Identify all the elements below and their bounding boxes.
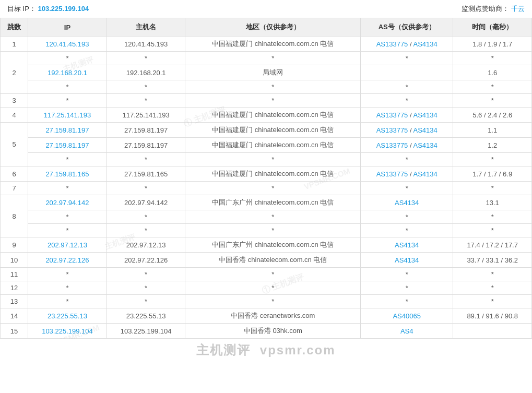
cell-time: * <box>453 295 532 308</box>
cell-region: 中国广东广州 chinatelecom.com.cn 电信 <box>185 195 361 210</box>
table-row: 192.168.20.1192.168.20.1局域网1.6 <box>1 65 532 80</box>
cell-ips: 23.225.55.13 <box>28 308 107 324</box>
cell-time: 17.4 / 17.2 / 17.7 <box>453 237 532 253</box>
cell-region: 中国福建厦门 chinatelecom.com.cn 电信 <box>185 37 361 52</box>
cell-region: * <box>185 268 361 281</box>
cell-time: * <box>453 210 532 224</box>
cell-as: AS133775 / AS4134 <box>361 37 453 52</box>
cell-region: 中国广东广州 chinatelecom.com.cn 电信 <box>185 237 361 253</box>
cell-region: * <box>185 210 361 224</box>
col-as: AS号（仅供参考） <box>361 18 453 37</box>
cell-as: AS4134 <box>361 237 453 253</box>
table-row: 9202.97.12.13202.97.12.13中国广东广州 chinatel… <box>1 237 532 253</box>
cell-as: * <box>361 52 453 65</box>
cell-hostnames: 192.168.20.1 <box>107 65 185 80</box>
cell-hostnames: * <box>107 281 185 295</box>
cell-ips: * <box>28 295 107 308</box>
cell-time: * <box>453 94 532 108</box>
table-row: 1423.225.55.1323.225.55.13中国香港 ceranetwo… <box>1 308 532 324</box>
table-row: 627.159.81.16527.159.81.165中国福建厦门 chinat… <box>1 166 532 182</box>
col-hostname: 主机名 <box>107 18 185 37</box>
cell-hop: 14 <box>1 308 28 324</box>
cell-hostnames: 103.225.199.104 <box>107 324 185 339</box>
target-ip-value: 103.225.199.104 <box>38 5 89 13</box>
cell-time: 5.6 / 2.4 / 2.6 <box>453 108 532 123</box>
table-row: 1120.41.45.193120.41.45.193中国福建厦门 chinat… <box>1 37 532 52</box>
traceroute-table: 跳数 IP 主机名 地区（仅供参考） AS号（仅供参考） 时间（毫秒） 1120… <box>0 18 532 339</box>
cell-ips: 202.97.12.13 <box>28 237 107 253</box>
cell-hop: 7 <box>1 182 28 195</box>
cell-region: * <box>185 224 361 237</box>
cell-hop: 6 <box>1 166 28 182</box>
cell-region: * <box>185 94 361 108</box>
cell-hop: 5 <box>1 123 28 166</box>
cell-hop: 13 <box>1 295 28 308</box>
cell-ips: 103.225.199.104 <box>28 324 107 339</box>
sponsor-section: 监测点赞助商： 千云 <box>462 4 525 14</box>
cell-time: * <box>453 153 532 166</box>
cell-hostnames: 27.159.81.197 <box>107 123 185 138</box>
cell-hostnames: * <box>107 80 185 94</box>
cell-ips: * <box>28 52 107 65</box>
cell-time: * <box>453 224 532 237</box>
cell-hostnames: * <box>107 224 185 237</box>
sponsor-link[interactable]: 千云 <box>511 5 525 13</box>
table-row: ***** <box>1 153 532 166</box>
cell-hop: 11 <box>1 268 28 281</box>
cell-ips: 117.25.141.193 <box>28 108 107 123</box>
col-time: 时间（毫秒） <box>453 18 532 37</box>
cell-as: AS40065 <box>361 308 453 324</box>
cell-ips: 202.97.22.126 <box>28 253 107 268</box>
cell-hostnames: * <box>107 182 185 195</box>
table-row: ***** <box>1 80 532 94</box>
table-row: 12***** <box>1 281 532 295</box>
cell-hop: 12 <box>1 281 28 295</box>
cell-ips: * <box>28 153 107 166</box>
cell-region: * <box>185 80 361 94</box>
cell-as <box>361 65 453 80</box>
cell-ips: * <box>28 182 107 195</box>
cell-hostnames: 23.225.55.13 <box>107 308 185 324</box>
cell-ips: * <box>28 80 107 94</box>
cell-as: AS133775 / AS4134 <box>361 108 453 123</box>
cell-as: * <box>361 268 453 281</box>
table-row: 10202.97.22.126202.97.22.126中国香港 chinate… <box>1 253 532 268</box>
cell-time: * <box>453 281 532 295</box>
cell-time: * <box>453 80 532 94</box>
cell-time: 1.1 <box>453 123 532 138</box>
cell-hop: 8 <box>1 195 28 237</box>
cell-as: AS133775 / AS4134 <box>361 123 453 138</box>
cell-region: * <box>185 295 361 308</box>
cell-as: * <box>361 94 453 108</box>
col-ip: IP <box>28 18 107 37</box>
cell-time: 33.7 / 33.1 / 36.2 <box>453 253 532 268</box>
table-row: 11***** <box>1 268 532 281</box>
table-row: 527.159.81.19727.159.81.197中国福建厦门 chinat… <box>1 123 532 138</box>
cell-as: AS133775 / AS4134 <box>361 166 453 182</box>
cell-hop: 2 <box>1 52 28 94</box>
cell-hostnames: * <box>107 295 185 308</box>
cell-region: * <box>185 182 361 195</box>
cell-hostnames: 27.159.81.165 <box>107 166 185 182</box>
cell-as: * <box>361 281 453 295</box>
cell-region: * <box>185 153 361 166</box>
col-region: 地区（仅供参考） <box>185 18 361 37</box>
table-row: 7***** <box>1 182 532 195</box>
bottom-watermark: 主机测评 vpsmr.com <box>0 339 532 362</box>
cell-hostnames: * <box>107 52 185 65</box>
cell-time: 1.8 / 1.9 / 1.7 <box>453 37 532 52</box>
cell-time: 13.1 <box>453 195 532 210</box>
cell-as: * <box>361 295 453 308</box>
cell-region: 中国福建厦门 chinatelecom.com.cn 电信 <box>185 108 361 123</box>
cell-hostnames: 202.97.94.142 <box>107 195 185 210</box>
cell-time <box>453 324 532 339</box>
cell-hostnames: 202.97.22.126 <box>107 253 185 268</box>
cell-as: AS133775 / AS4134 <box>361 138 453 153</box>
cell-time: 1.6 <box>453 65 532 80</box>
cell-hostnames: 202.97.12.13 <box>107 237 185 253</box>
table-header: 跳数 IP 主机名 地区（仅供参考） AS号（仅供参考） 时间（毫秒） <box>1 18 532 37</box>
cell-as: * <box>361 182 453 195</box>
table-row: 8202.97.94.142202.97.94.142中国广东广州 chinat… <box>1 195 532 210</box>
cell-hop: 4 <box>1 108 28 123</box>
cell-as: * <box>361 224 453 237</box>
